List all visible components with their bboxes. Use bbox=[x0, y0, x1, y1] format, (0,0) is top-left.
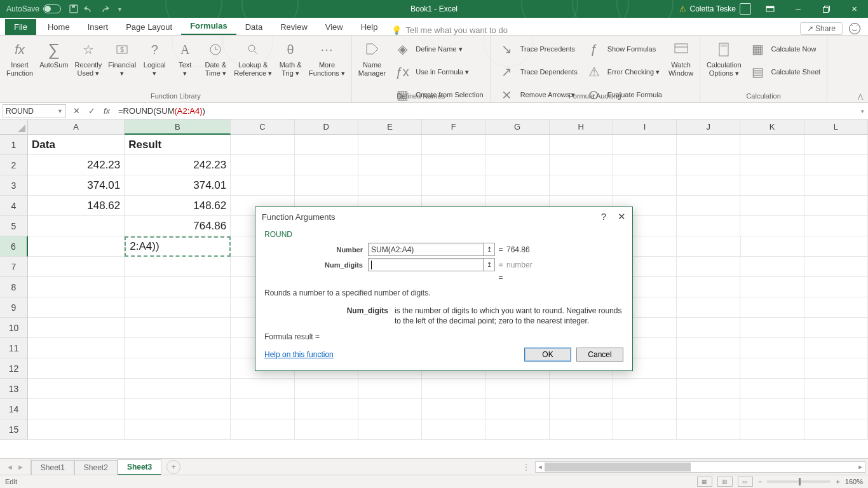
col-E[interactable]: E bbox=[358, 119, 422, 135]
collapse-ribbon-icon[interactable]: ⋀ bbox=[858, 93, 863, 100]
row-11[interactable]: 11 bbox=[0, 338, 28, 358]
calculate-now-button[interactable]: ▦Calculate Now bbox=[745, 38, 824, 60]
error-checking-button[interactable]: ⚠Error Checking ▾ bbox=[581, 61, 665, 83]
cell-A6[interactable] bbox=[28, 236, 125, 257]
calculation-options-button[interactable]: Calculation Options ▾ bbox=[704, 38, 743, 81]
tab-file[interactable]: File bbox=[5, 19, 36, 35]
page-break-view-icon[interactable]: ▭ bbox=[738, 477, 753, 487]
col-F[interactable]: F bbox=[422, 119, 485, 135]
cell-B5[interactable]: 764.86 bbox=[125, 216, 231, 236]
ribbon-options-icon[interactable] bbox=[756, 0, 784, 18]
cell-A2[interactable]: 242.23 bbox=[28, 155, 125, 175]
autosum-button[interactable]: ∑AutoSum bbox=[37, 38, 71, 78]
tab-home[interactable]: Home bbox=[39, 18, 79, 35]
autosave-toggle[interactable]: AutoSave bbox=[6, 4, 61, 13]
use-in-formula-button[interactable]: ƒxUse in Formula ▾ bbox=[390, 61, 485, 83]
tab-formulas[interactable]: Formulas bbox=[181, 17, 236, 35]
undo-icon[interactable] bbox=[84, 4, 94, 14]
tab-page-layout[interactable]: Page Layout bbox=[117, 18, 181, 35]
tab-view[interactable]: View bbox=[316, 18, 352, 35]
tab-insert[interactable]: Insert bbox=[79, 18, 118, 35]
row-3[interactable]: 3 bbox=[0, 175, 28, 196]
cell-C1[interactable] bbox=[231, 135, 294, 155]
recently-used-button[interactable]: ☆Recently Used ▾ bbox=[72, 38, 104, 78]
row-1[interactable]: 1 bbox=[0, 135, 28, 155]
cell-B1[interactable]: Result bbox=[125, 135, 231, 155]
zoom-out-icon[interactable]: − bbox=[758, 478, 762, 485]
arg-input-numdigits[interactable] bbox=[368, 258, 484, 271]
cancel-button[interactable]: Cancel bbox=[576, 348, 623, 362]
cell-A1[interactable]: Data bbox=[28, 135, 125, 155]
col-B[interactable]: B bbox=[125, 119, 231, 135]
horizontal-scrollbar[interactable]: ◄► bbox=[535, 461, 865, 473]
show-formulas-button[interactable]: ƒShow Formulas bbox=[581, 38, 665, 60]
fx-icon[interactable]: fx bbox=[99, 106, 114, 116]
normal-view-icon[interactable]: ▦ bbox=[697, 477, 712, 487]
more-functions-button[interactable]: ⋯More Functions ▾ bbox=[306, 38, 348, 78]
cell-B6[interactable]: 2:A4)) bbox=[125, 236, 231, 257]
cell-A4[interactable]: 148.62 bbox=[28, 196, 125, 216]
zoom-level[interactable]: 160% bbox=[845, 478, 863, 485]
col-L[interactable]: L bbox=[804, 119, 868, 135]
watch-window-button[interactable]: Watch Window bbox=[666, 38, 696, 81]
row-10[interactable]: 10 bbox=[0, 318, 28, 338]
calculate-sheet-button[interactable]: ▤Calculate Sheet bbox=[745, 61, 824, 83]
row-7[interactable]: 7 bbox=[0, 257, 28, 277]
zoom-in-icon[interactable]: + bbox=[836, 478, 839, 485]
name-box[interactable]: ROUND▼ bbox=[3, 104, 66, 118]
row-6[interactable]: 6 bbox=[0, 236, 28, 257]
row-9[interactable]: 9 bbox=[0, 297, 28, 318]
expand-formula-icon[interactable]: ▾ bbox=[857, 108, 868, 114]
page-layout-view-icon[interactable]: ▥ bbox=[717, 477, 733, 487]
row-14[interactable]: 14 bbox=[0, 399, 28, 419]
tab-help[interactable]: Help bbox=[352, 18, 387, 35]
minimize-icon[interactable]: ─ bbox=[784, 0, 812, 18]
share-button[interactable]: ↗ Share bbox=[800, 22, 843, 35]
dialog-close-icon[interactable]: ✕ bbox=[618, 211, 626, 222]
col-G[interactable]: G bbox=[485, 119, 549, 135]
range-picker-icon[interactable]: ↥ bbox=[484, 243, 495, 256]
qat-customize-icon[interactable]: ▾ bbox=[114, 4, 125, 14]
feedback-icon[interactable] bbox=[849, 23, 860, 34]
tell-me-search[interactable]: 💡 Tell me what you want to do bbox=[391, 25, 507, 35]
cell-B2[interactable]: 242.23 bbox=[125, 155, 231, 175]
logical-button[interactable]: ?Logical ▾ bbox=[140, 38, 169, 78]
enter-formula-icon[interactable]: ✓ bbox=[84, 106, 99, 116]
cell-B3[interactable]: 374.01 bbox=[125, 175, 231, 196]
math-trig-button[interactable]: θMath & Trig ▾ bbox=[276, 38, 305, 78]
row-15[interactable]: 15 bbox=[0, 419, 28, 440]
dialog-help-icon[interactable]: ? bbox=[601, 211, 606, 222]
col-C[interactable]: C bbox=[231, 119, 294, 135]
row-5[interactable]: 5 bbox=[0, 216, 28, 236]
ok-button[interactable]: OK bbox=[524, 348, 571, 362]
sheet-nav[interactable]: ◄► bbox=[0, 459, 31, 475]
save-icon[interactable] bbox=[69, 4, 79, 14]
financial-button[interactable]: $Financial ▾ bbox=[105, 38, 139, 78]
row-4[interactable]: 4 bbox=[0, 196, 28, 216]
col-D[interactable]: D bbox=[295, 119, 358, 135]
tab-data[interactable]: Data bbox=[236, 18, 271, 35]
maximize-icon[interactable] bbox=[812, 0, 840, 18]
cancel-formula-icon[interactable]: ✕ bbox=[69, 106, 84, 116]
formula-input[interactable]: =ROUND(SUM(A2:A4)) bbox=[114, 106, 857, 116]
close-icon[interactable]: ✕ bbox=[840, 0, 868, 18]
name-manager-button[interactable]: Name Manager bbox=[356, 38, 388, 81]
add-sheet-button[interactable]: + bbox=[166, 460, 180, 474]
cell-B4[interactable]: 148.62 bbox=[125, 196, 231, 216]
col-J[interactable]: J bbox=[677, 119, 740, 135]
sheet-tab-3[interactable]: Sheet3 bbox=[118, 459, 161, 475]
col-H[interactable]: H bbox=[550, 119, 613, 135]
row-8[interactable]: 8 bbox=[0, 277, 28, 297]
tab-review[interactable]: Review bbox=[271, 18, 316, 35]
dialog-titlebar[interactable]: Function Arguments ?✕ bbox=[255, 207, 632, 226]
define-name-button[interactable]: ◈Define Name ▾ bbox=[390, 38, 485, 60]
row-2[interactable]: 2 bbox=[0, 155, 28, 175]
row-12[interactable]: 12 bbox=[0, 358, 28, 379]
sheet-tab-2[interactable]: Sheet2 bbox=[74, 460, 118, 475]
col-I[interactable]: I bbox=[613, 119, 677, 135]
help-link[interactable]: Help on this function bbox=[264, 350, 334, 359]
user-account[interactable]: ⚠ Coletta Teske bbox=[674, 3, 757, 15]
col-K[interactable]: K bbox=[740, 119, 804, 135]
range-picker-icon[interactable]: ↥ bbox=[484, 258, 495, 271]
select-all-button[interactable] bbox=[0, 119, 28, 135]
